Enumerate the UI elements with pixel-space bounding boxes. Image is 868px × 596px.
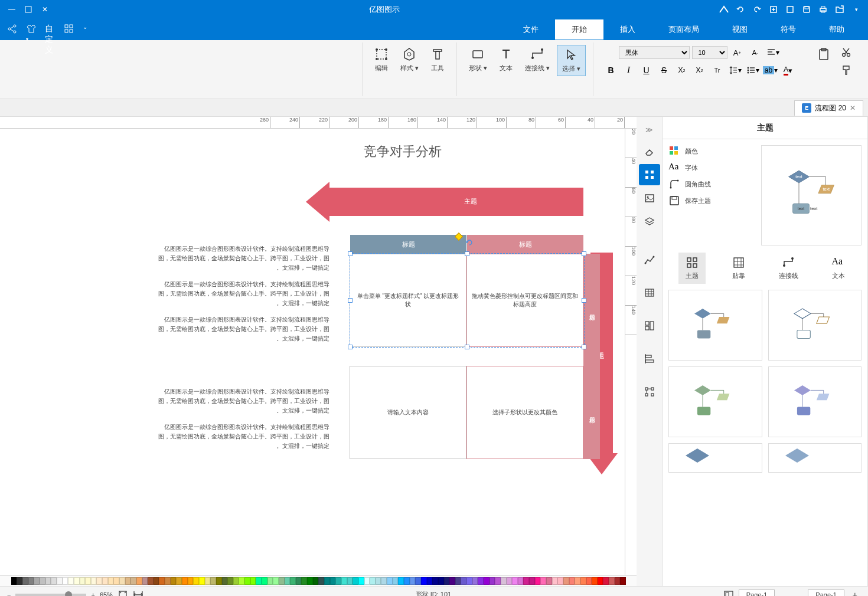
- table-cell-2-1[interactable]: 选择子形状以更改其颜色: [466, 366, 583, 459]
- color-swatch[interactable]: [484, 577, 490, 585]
- quick-dropdown-icon[interactable]: ▾: [849, 2, 863, 17]
- color-swatch[interactable]: [393, 577, 399, 585]
- theme-save-option[interactable]: 保存主题: [668, 195, 755, 207]
- superscript-button[interactable]: X2: [674, 63, 690, 78]
- color-swatch[interactable]: [40, 577, 45, 585]
- color-swatch[interactable]: [63, 577, 68, 585]
- color-swatch[interactable]: [102, 577, 108, 585]
- color-swatch[interactable]: [398, 577, 404, 585]
- open-icon[interactable]: [833, 2, 847, 17]
- color-swatch[interactable]: [449, 577, 455, 585]
- color-swatch[interactable]: [216, 577, 222, 585]
- color-swatch[interactable]: [324, 577, 330, 585]
- color-swatch[interactable]: [575, 577, 580, 585]
- close-icon[interactable]: ✕: [38, 2, 52, 17]
- highlight-button[interactable]: ab▾: [763, 63, 778, 78]
- color-swatch[interactable]: [222, 577, 228, 585]
- canvas[interactable]: 竞争对手分析 主题 主题 标题 标题 标题: [0, 129, 625, 575]
- color-swatch[interactable]: [546, 577, 552, 585]
- body-text-5[interactable]: 亿图图示是一款综合图形图表设计软件。支持绘制流程图思维导图，无需绘图功底，全场景…: [158, 423, 329, 451]
- color-swatch[interactable]: [244, 577, 250, 585]
- color-swatch[interactable]: [507, 577, 513, 585]
- color-swatch[interactable]: [142, 577, 148, 585]
- theme-tab-connector[interactable]: 连接线: [772, 253, 805, 284]
- color-swatch[interactable]: [34, 577, 40, 585]
- text-tool-button[interactable]: 文本: [494, 45, 518, 76]
- image-tool-icon[interactable]: [639, 188, 660, 209]
- shape-button[interactable]: 形状 ▾: [464, 45, 492, 76]
- theme-tab-snap[interactable]: 贴靠: [725, 253, 752, 284]
- color-swatch[interactable]: [432, 577, 438, 585]
- add-page-icon[interactable]: +: [849, 590, 861, 597]
- font-decrease-button[interactable]: A-: [748, 45, 763, 60]
- color-swatch[interactable]: [569, 577, 575, 585]
- connector-button[interactable]: 连接线 ▾: [520, 45, 554, 76]
- color-swatch[interactable]: [130, 577, 136, 585]
- layout-tool-icon[interactable]: [639, 315, 660, 336]
- theme-thumbnail-4[interactable]: [768, 366, 862, 437]
- color-swatch[interactable]: [227, 577, 233, 585]
- color-swatch[interactable]: [410, 577, 416, 585]
- color-swatch[interactable]: [455, 577, 461, 585]
- theme-thumbnail-3[interactable]: [668, 366, 762, 437]
- body-text-4[interactable]: 亿图图示是一款综合图形图表设计软件。支持绘制流程图思维导图，无需绘图功底，全场景…: [158, 387, 329, 415]
- color-swatch[interactable]: [85, 577, 91, 585]
- new-doc-icon[interactable]: [766, 2, 781, 17]
- menu-tab-insert[interactable]: 插入: [603, 19, 652, 40]
- app-logo-icon[interactable]: [717, 2, 731, 17]
- undo-icon[interactable]: [750, 2, 764, 17]
- font-family-select[interactable]: 黑体: [619, 46, 690, 59]
- theme-thumbnail-6[interactable]: [768, 443, 862, 473]
- case-button[interactable]: Tr: [710, 63, 725, 78]
- color-swatch[interactable]: [290, 577, 296, 585]
- color-swatch[interactable]: [285, 577, 291, 585]
- color-swatch[interactable]: [615, 577, 621, 585]
- main-theme-arrow-horizontal[interactable]: 主题: [329, 188, 583, 216]
- line-spacing-button[interactable]: ▾: [727, 63, 743, 78]
- color-swatch[interactable]: [370, 577, 376, 585]
- color-swatch[interactable]: [552, 577, 558, 585]
- menu-tab-layout[interactable]: 页面布局: [652, 19, 716, 40]
- font-ribbon-icon[interactable]: 自定义: [45, 24, 57, 35]
- table-cell-1-1[interactable]: 拖动黄色菱形控制点可更改标题区间宽和标题高度: [466, 254, 583, 347]
- color-swatch[interactable]: [330, 577, 336, 585]
- menu-tab-start[interactable]: 开始: [555, 19, 603, 40]
- menu-tab-file[interactable]: 文件: [507, 19, 555, 40]
- color-swatch[interactable]: [381, 577, 387, 585]
- theme-thumbnail-5[interactable]: [668, 443, 762, 473]
- color-swatch[interactable]: [22, 577, 28, 585]
- font-size-select[interactable]: 10: [692, 46, 727, 59]
- format-brush-button[interactable]: [838, 63, 854, 78]
- color-swatch[interactable]: [358, 577, 364, 585]
- color-swatch[interactable]: [609, 577, 615, 585]
- color-swatch[interactable]: [563, 577, 569, 585]
- color-swatch[interactable]: [96, 577, 102, 585]
- color-swatch[interactable]: [279, 577, 285, 585]
- color-swatch[interactable]: [273, 577, 279, 585]
- theme-thumbnail-2[interactable]: [768, 290, 862, 361]
- color-swatch[interactable]: [199, 577, 205, 585]
- page-layout-icon[interactable]: [723, 590, 734, 597]
- style-button[interactable]: 样式 ▾: [396, 45, 423, 75]
- color-swatch[interactable]: [74, 577, 80, 585]
- color-swatch[interactable]: [113, 577, 119, 585]
- color-swatch[interactable]: [444, 577, 450, 585]
- color-swatch[interactable]: [557, 577, 563, 585]
- color-swatch[interactable]: [148, 577, 154, 585]
- rotation-handle-icon[interactable]: [465, 238, 474, 247]
- color-swatch[interactable]: [165, 577, 171, 585]
- fit-page-icon[interactable]: [118, 590, 128, 597]
- underline-button[interactable]: U: [639, 63, 654, 78]
- strike-button[interactable]: S: [657, 63, 672, 78]
- color-swatch[interactable]: [210, 577, 216, 585]
- color-swatch[interactable]: [580, 577, 586, 585]
- subscript-button[interactable]: X2: [692, 63, 707, 78]
- theme-tab-text[interactable]: Aa 文本: [825, 253, 852, 284]
- theme-corner-option[interactable]: 圆角曲线: [668, 178, 755, 190]
- color-swatch[interactable]: [301, 577, 307, 585]
- theme-thumbnail-1[interactable]: [668, 290, 762, 361]
- color-swatch[interactable]: [239, 577, 244, 585]
- tshirt-icon[interactable]: ▾: [26, 24, 38, 35]
- share-icon[interactable]: [7, 24, 19, 35]
- color-swatch[interactable]: [256, 577, 262, 585]
